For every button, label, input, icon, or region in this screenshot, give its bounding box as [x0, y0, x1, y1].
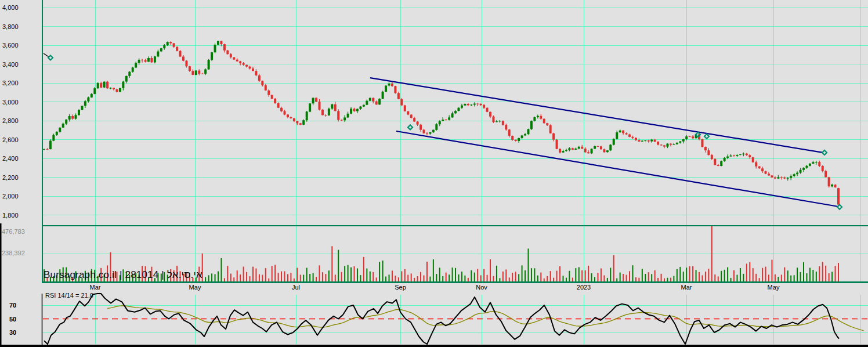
rsi-tick-label: 70 — [9, 302, 16, 309]
x-axis-label: May — [189, 284, 201, 291]
x-axis-label: Sep — [395, 284, 406, 291]
window-left-edge — [0, 223, 2, 347]
x-axis-label: Jul — [292, 284, 300, 291]
branding-text: Bursagraph.co.il | 281014 | אי.סי.אל — [44, 269, 202, 281]
rsi-tick-label: 30 — [9, 330, 16, 336]
price-tick-label: 3,200 — [2, 80, 19, 86]
price-tick-label: 3,400 — [2, 62, 19, 68]
chart-window: 4,0003,8003,6003,4003,2003,0002,8002,600… — [0, 0, 868, 347]
price-tick-label: 3,800 — [2, 24, 19, 30]
price-tick-label: 3,000 — [2, 99, 19, 106]
price-tick-label: 4,000 — [2, 5, 19, 11]
price-tick-label: 2,800 — [2, 118, 19, 124]
x-axis-label: 2023 — [577, 284, 591, 291]
x-axis-label: Mar — [90, 284, 101, 291]
window-bottom-edge — [0, 345, 868, 347]
price-tick-label: 3,600 — [2, 42, 19, 49]
volume-tick-label: 476,783 — [2, 229, 25, 235]
price-tick-label: 2,600 — [2, 137, 19, 143]
chart-canvas[interactable] — [0, 0, 868, 347]
rsi-tick-label: 50 — [9, 316, 16, 323]
price-tick-label: 2,200 — [2, 175, 19, 181]
x-axis-label: Mar — [681, 284, 692, 291]
chart-background — [0, 0, 868, 347]
price-tick-label: 2,400 — [2, 156, 19, 162]
price-tick-label: 2,000 — [2, 193, 19, 200]
volume-tick-label: 238,392 — [2, 250, 25, 256]
price-tick-label: 1,800 — [2, 212, 19, 219]
x-axis-label: Nov — [476, 284, 487, 291]
rsi-indicator-label: RSI 14/14 = 21.0 — [45, 292, 93, 299]
x-axis-label: May — [768, 284, 780, 291]
